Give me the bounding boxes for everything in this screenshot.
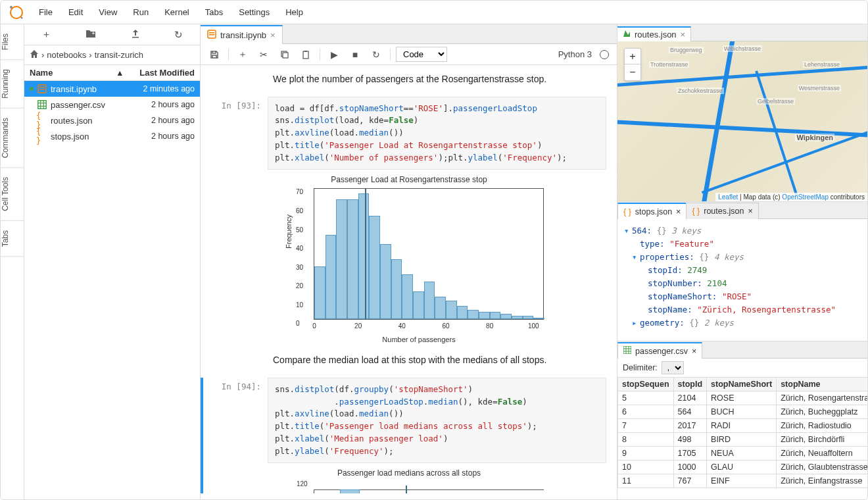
- csv-row[interactable]: 6564BUCHZürich, Bucheggplatz: [618, 405, 868, 419]
- file-modified: 2 hours ago: [122, 100, 195, 109]
- csv-row[interactable]: 72017RADIZürich, Radiostudio: [618, 419, 868, 433]
- kernel-indicator-icon[interactable]: [600, 50, 609, 59]
- notebook-body[interactable]: We plot the number of passengers at the …: [201, 65, 617, 499]
- left-tab-running[interactable]: Running: [1, 60, 24, 109]
- new-launcher-icon[interactable]: ＋: [41, 28, 51, 41]
- nb-icon: [36, 84, 48, 94]
- tab-transit-ipynb[interactable]: transit.ipynb ×: [201, 25, 283, 44]
- left-tab-commands[interactable]: Commands: [1, 109, 24, 168]
- restart-icon[interactable]: ↻: [368, 47, 385, 63]
- paste-icon[interactable]: [297, 47, 314, 63]
- close-icon[interactable]: ×: [748, 207, 752, 216]
- refresh-icon[interactable]: ↻: [174, 29, 183, 41]
- code-cell-94[interactable]: In [94]: sns.distplot(df.groupby('stopNa…: [201, 375, 617, 499]
- breadcrumb-part[interactable]: notebooks: [47, 50, 86, 60]
- home-icon[interactable]: [30, 49, 39, 61]
- csv-row[interactable]: 8498BIRDZürich, Birchdörfli: [618, 433, 868, 447]
- csv-table[interactable]: stopSequenstopIdstopNameShortstopName521…: [617, 377, 867, 499]
- close-icon[interactable]: ×: [676, 207, 681, 216]
- json-icon: { }: [36, 131, 48, 141]
- code-input[interactable]: load = df[df.stopNameShort=='ROSE'].pass…: [268, 97, 606, 170]
- csv-row[interactable]: 52104ROSEZürich, Rosengartenstrasse: [618, 391, 868, 405]
- menu-help[interactable]: Help: [277, 3, 311, 21]
- left-tab-bar: FilesRunningCommandsCell ToolsTabs: [1, 24, 24, 499]
- csv-col-header[interactable]: stopId: [673, 378, 707, 391]
- cell-output: Passenger Load at Rosengartenstrasse sto…: [268, 170, 606, 346]
- right-panel: routes.json × Wipkingen Zschokkestrasse …: [617, 24, 867, 499]
- celltype-select[interactable]: Code: [396, 47, 447, 62]
- col-modified[interactable]: Last Modified: [122, 68, 195, 78]
- upload-icon[interactable]: [131, 29, 140, 40]
- add-cell-icon[interactable]: ＋: [234, 47, 251, 63]
- close-icon[interactable]: ×: [270, 30, 276, 40]
- menu-kernel[interactable]: Kernel: [157, 3, 197, 21]
- osm-link[interactable]: OpenStreetMap: [782, 193, 829, 201]
- file-browser-header[interactable]: Name ▴ Last Modified: [24, 65, 200, 81]
- svg-rect-20: [304, 51, 307, 52]
- copy-icon[interactable]: [276, 47, 293, 63]
- leaflet-map[interactable]: Wipkingen Zschokkestrasse Bruggerweg Wib…: [617, 41, 867, 201]
- svg-rect-21: [623, 346, 631, 354]
- file-row[interactable]: { }stops.json2 hours ago: [24, 128, 200, 144]
- zoom-in-button[interactable]: +: [625, 49, 640, 64]
- file-row[interactable]: passenger.csv2 hours ago: [24, 97, 200, 113]
- tab-routes-json[interactable]: routes.json ×: [617, 26, 691, 41]
- close-icon[interactable]: ×: [692, 347, 696, 356]
- svg-rect-7: [39, 87, 45, 88]
- breadcrumb-part[interactable]: transit-zurich: [95, 50, 143, 60]
- csv-row[interactable]: 101000GLAUZürich, Glaubtenstrasse: [618, 461, 868, 474]
- geojson-icon: [623, 30, 631, 39]
- left-tab-cell-tools[interactable]: Cell Tools: [1, 168, 24, 221]
- map-attribution: Leaflet | Map data (c) OpenStreetMap con…: [715, 193, 867, 201]
- leaflet-link[interactable]: Leaflet: [718, 193, 738, 201]
- json-viewer[interactable]: ▾564: {} 3 keys type: "Feature" ▾propert…: [617, 219, 867, 341]
- left-tab-tabs[interactable]: Tabs: [1, 221, 24, 257]
- breadcrumb[interactable]: › notebooks › transit-zurich: [24, 45, 200, 65]
- file-row[interactable]: transit.ipynb2 minutes ago: [24, 81, 200, 97]
- menu-settings[interactable]: Settings: [231, 3, 277, 21]
- tab-label: transit.ipynb: [220, 30, 266, 40]
- file-name: routes.json: [51, 116, 122, 126]
- svg-point-2: [21, 16, 23, 18]
- csv-row[interactable]: 11767EINFZürich, Einfangstrasse: [618, 474, 868, 488]
- tab-stops-json[interactable]: { } stops.json ×: [617, 203, 687, 219]
- json-icon: { }: [36, 115, 48, 126]
- kernel-name[interactable]: Python 3: [558, 49, 592, 59]
- csv-row[interactable]: 91705NEUAZürich, Neuaffoltern: [618, 447, 868, 461]
- zoom-out-button[interactable]: −: [625, 64, 640, 80]
- markdown-cell[interactable]: Compare the median load at this stop wit…: [201, 351, 617, 375]
- new-folder-icon[interactable]: [85, 29, 96, 40]
- center-tab-strip: transit.ipynb ×: [201, 24, 617, 44]
- tab-passenger-csv[interactable]: passenger.csv ×: [617, 342, 702, 359]
- chart-title: Passenger Load at Rosengartenstrasse sto…: [268, 175, 550, 187]
- svg-rect-4: [93, 32, 94, 35]
- cut-icon[interactable]: ✂: [255, 47, 272, 63]
- csv-col-header[interactable]: stopNameShort: [707, 378, 777, 391]
- map-section: routes.json × Wipkingen Zschokkestrasse …: [617, 24, 867, 202]
- csv-icon: [36, 99, 48, 110]
- delimiter-select[interactable]: ,: [662, 361, 684, 374]
- chart-ylabel: Frequency: [285, 214, 293, 249]
- tab-routes-json-2[interactable]: { } routes.json ×: [686, 203, 758, 219]
- menu-edit[interactable]: Edit: [60, 3, 91, 21]
- menu-view[interactable]: View: [91, 3, 125, 21]
- svg-rect-5: [132, 37, 139, 38]
- code-input[interactable]: sns.distplot(df.groupby('stopNameShort')…: [268, 378, 606, 464]
- notebook-icon: [207, 30, 216, 41]
- code-cell-93[interactable]: In [93]: load = df[df.stopNameShort=='RO…: [201, 94, 617, 352]
- svg-point-0: [11, 7, 22, 18]
- csv-col-header[interactable]: stopName: [777, 378, 867, 391]
- menu-file[interactable]: File: [31, 3, 60, 21]
- left-tab-files[interactable]: Files: [1, 24, 24, 60]
- sort-arrow-icon: ▴: [118, 68, 122, 78]
- csv-icon: [623, 346, 631, 356]
- run-icon[interactable]: ▶: [326, 47, 343, 63]
- markdown-cell[interactable]: We plot the number of passengers at the …: [201, 70, 617, 94]
- stop-icon[interactable]: ■: [347, 47, 364, 63]
- file-row[interactable]: { }routes.json2 hours ago: [24, 113, 200, 128]
- save-icon[interactable]: [206, 47, 223, 63]
- menu-run[interactable]: Run: [125, 3, 157, 21]
- close-icon[interactable]: ×: [681, 30, 686, 39]
- menu-tabs[interactable]: Tabs: [197, 3, 231, 21]
- csv-col-header[interactable]: stopSequen: [618, 378, 674, 391]
